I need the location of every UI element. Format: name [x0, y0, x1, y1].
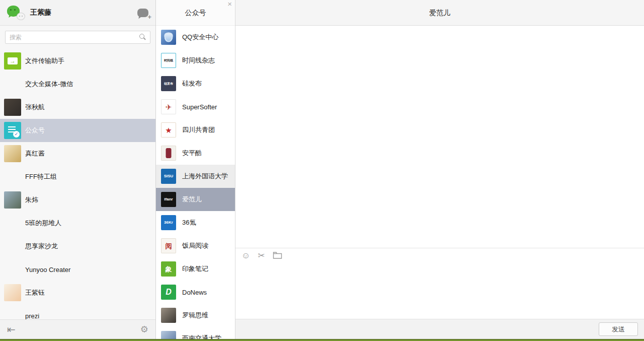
search-input[interactable]	[5, 31, 150, 44]
send-file-folder-icon[interactable]	[273, 251, 282, 259]
luoji-siwei-icon	[161, 308, 176, 323]
sisu-icon: SISU	[161, 169, 176, 184]
sidebar-header: 王紫藤	[0, 0, 155, 26]
chat-list-item[interactable]: FFF特工组	[0, 165, 155, 188]
desktop-edge-strip	[0, 339, 644, 341]
wechat-logo-icon	[7, 5, 25, 20]
chat-list-label: 文件传输助手	[25, 56, 64, 65]
search-area	[0, 26, 155, 49]
account-list-item[interactable]: DDoNews	[156, 281, 235, 304]
chat-list-label: 公众号	[25, 126, 45, 135]
chat-header: 爱范儿	[235, 0, 644, 26]
prezi-group-avatar	[4, 307, 21, 319]
sixiangjia-salon-avatar	[4, 238, 21, 255]
36kr-icon: 36Kr	[161, 215, 176, 230]
chat-list-label: 思享家沙龙	[25, 242, 58, 251]
wechat-bubble-small	[17, 13, 25, 20]
qq-security-center-icon	[161, 30, 176, 45]
account-list-label: 安平酷	[182, 149, 202, 158]
fff-team-avatar	[4, 168, 21, 185]
screenshot-scissors-icon[interactable]: ✂	[258, 251, 265, 260]
chat-list-item[interactable]: 朱炜	[0, 188, 155, 212]
account-list-label: SuperSofter	[182, 103, 217, 111]
account-list-label: 印象笔记	[182, 264, 208, 274]
wechat-window: 王紫藤 →文件传输助手交大全媒体-微信张秋航公众号真红酱FFF特工组朱炜5班的那…	[0, 0, 644, 339]
chat-panel: 爱范儿 ☺ ✂ 发送	[235, 0, 644, 339]
donews-icon: D	[161, 285, 176, 300]
send-button[interactable]: 发送	[599, 322, 638, 336]
chat-list-label: 朱炜	[25, 195, 38, 204]
timeline-magazine-icon: 时间线	[161, 53, 176, 68]
official-accounts-avatar	[4, 122, 21, 139]
chat-list-label: Yunyoo Creater	[25, 266, 70, 274]
account-list-item[interactable]: 时间线时间线杂志	[156, 49, 235, 72]
account-list-item[interactable]: ifanr爱范儿	[156, 188, 235, 211]
account-list-label: 36氪	[182, 218, 196, 227]
anpingku-icon	[161, 146, 176, 161]
account-list-item[interactable]: 罗辑思维	[156, 304, 235, 327]
evernote-icon: 象	[161, 261, 176, 277]
account-list-item[interactable]: 硅发布硅发布	[156, 72, 235, 95]
chat-list-item[interactable]: prezi	[0, 304, 155, 319]
settings-gear-icon[interactable]: ⚙	[140, 325, 148, 334]
chat-list-item[interactable]: 5班的那堆人	[0, 212, 155, 235]
yunyoo-creater-avatar	[4, 261, 21, 278]
account-list-item[interactable]: 阅饭局阅读	[156, 234, 235, 257]
supersofter-icon: ✈	[161, 99, 176, 114]
account-list-item[interactable]: 36Kr36氪	[156, 211, 235, 234]
account-list-item[interactable]: 安平酷	[156, 142, 235, 165]
chat-list-item[interactable]: →文件传输助手	[0, 49, 155, 73]
account-list-item[interactable]: 象印象笔记	[156, 257, 235, 281]
sidebar: 王紫藤 →文件传输助手交大全媒体-微信张秋航公众号真红酱FFF特工组朱炜5班的那…	[0, 0, 156, 339]
chat-list-item[interactable]: 公众号	[0, 119, 155, 142]
accounts-panel-header: 公众号 ×	[156, 0, 235, 26]
chat-list-item[interactable]: 思享家沙龙	[0, 235, 155, 258]
chat-title: 爱范儿	[235, 0, 644, 26]
account-list-label: 四川共青团	[182, 125, 215, 134]
account-list-item[interactable]: ★四川共青团	[156, 118, 235, 142]
account-list-item[interactable]: ✈SuperSofter	[156, 95, 235, 118]
file-transfer-helper-avatar: →	[4, 52, 21, 70]
collapse-sidebar-icon[interactable]: ⇤	[7, 324, 16, 334]
chat-list-item[interactable]: 交大全媒体-微信	[0, 73, 155, 96]
send-bar: 发送	[235, 319, 644, 339]
zhenhong-jiang-avatar	[4, 145, 21, 162]
new-chat-icon[interactable]	[137, 9, 148, 17]
account-list-item[interactable]: 西南交通大学	[156, 327, 235, 339]
account-list-label: 爱范儿	[182, 195, 202, 204]
chat-list-label: prezi	[25, 312, 39, 320]
chat-list-label: 真红酱	[25, 149, 45, 158]
class5-group-avatar	[4, 215, 21, 232]
account-list-label: 上海外国语大学	[182, 172, 228, 181]
input-toolbar: ☺ ✂	[235, 248, 644, 262]
account-list-label: 时间线杂志	[182, 56, 215, 65]
chat-list-item[interactable]: 真红酱	[0, 142, 155, 165]
search-icon[interactable]	[138, 33, 146, 41]
official-accounts-panel: 公众号 × QQ安全中心时间线时间线杂志硅发布硅发布✈SuperSofter★四…	[156, 0, 235, 339]
accounts-panel-title: 公众号	[156, 0, 235, 26]
chat-list-label: 交大全媒体-微信	[25, 80, 73, 89]
message-input-area[interactable]	[235, 262, 644, 319]
accounts-list: QQ安全中心时间线时间线杂志硅发布硅发布✈SuperSofter★四川共青团安平…	[156, 26, 235, 339]
ifanr-icon: ifanr	[161, 192, 176, 207]
chat-list-label: 5班的那堆人	[25, 219, 61, 228]
account-list-label: DoNews	[182, 289, 207, 296]
chat-list-item[interactable]: 王紫钰	[0, 281, 155, 304]
account-list-label: 硅发布	[182, 79, 202, 88]
close-icon[interactable]: ×	[227, 0, 232, 8]
account-list-label: 饭局阅读	[182, 241, 208, 250]
chat-list-label: 王紫钰	[25, 288, 45, 297]
sichuan-youth-league-icon: ★	[161, 122, 176, 138]
sidebar-footer: ⇤ ⚙	[0, 319, 155, 339]
jiaoda-media-avatar	[4, 76, 21, 93]
emoji-icon[interactable]: ☺	[242, 251, 250, 260]
chat-list-item[interactable]: 张秋航	[0, 96, 155, 119]
message-area	[235, 26, 644, 248]
chat-list-item[interactable]: Yunyoo Creater	[0, 258, 155, 281]
account-list-label: QQ安全中心	[182, 33, 218, 42]
current-user-name: 王紫藤	[30, 8, 137, 17]
guifabu-icon: 硅发布	[161, 76, 176, 91]
account-list-item[interactable]: SISU上海外国语大学	[156, 165, 235, 188]
account-list-label: 罗辑思维	[182, 311, 208, 320]
account-list-item[interactable]: QQ安全中心	[156, 26, 235, 49]
